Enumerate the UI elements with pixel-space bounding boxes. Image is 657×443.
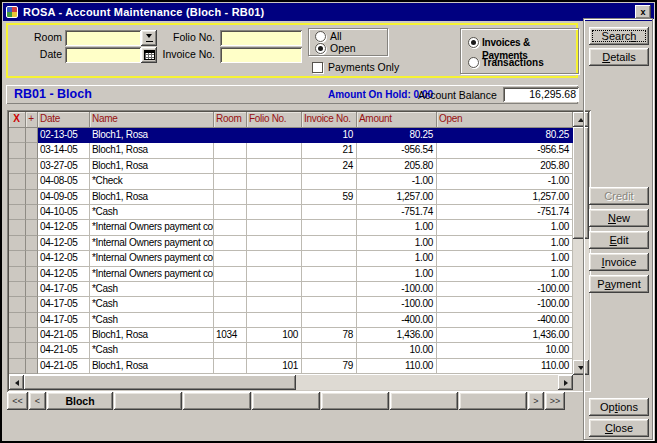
cell-date: 03-27-05 [38, 159, 90, 174]
arrow-left-icon [12, 380, 19, 386]
cell-flag [9, 282, 26, 297]
arrow-right-icon [564, 380, 571, 386]
date-label: Date [12, 48, 62, 61]
column-header-open[interactable]: Open [437, 112, 573, 128]
folio-no-input[interactable] [220, 30, 302, 46]
room-input[interactable] [65, 30, 141, 46]
cell-invoice: 59 [302, 190, 357, 205]
radio-invoices-payments[interactable] [468, 37, 479, 48]
first-account-button[interactable]: << [7, 392, 28, 410]
cell-amount: 1,436.00 [357, 328, 437, 343]
invoice-no-input[interactable] [220, 47, 302, 63]
cell-date: 04-21-05 [38, 328, 90, 343]
date-input[interactable] [65, 47, 141, 63]
radio-open[interactable] [315, 43, 326, 54]
column-header-room[interactable]: Room [214, 112, 247, 128]
cell-invoice [302, 174, 357, 189]
tab-empty[interactable] [183, 392, 251, 410]
cell-folio [247, 128, 302, 143]
table-row[interactable]: 04-21-05Bloch1, Rosa10179110.00110.00 [9, 359, 573, 374]
tab-empty[interactable] [459, 392, 527, 410]
previous-account-button[interactable]: < [29, 392, 46, 410]
cell-folio [247, 251, 302, 266]
amount-on-hold-label: Amount On Hold: [328, 89, 411, 100]
table-row[interactable]: 04-09-05Bloch1, Rosa591,257.001,257.00 [9, 190, 573, 205]
column-header-plus[interactable]: + [26, 112, 38, 128]
scroll-left-button[interactable] [9, 375, 24, 390]
cell-plus [26, 236, 38, 251]
table-row[interactable]: 04-12-05*Internal Owners payment code1.0… [9, 251, 573, 266]
folio-no-label: Folio No. [148, 31, 215, 44]
column-header-date[interactable]: Date [38, 112, 90, 128]
cell-flag [9, 205, 26, 220]
table-row[interactable]: 04-08-05*Check-1.00-1.00 [9, 174, 573, 189]
table-row[interactable]: 04-17-05*Cash-100.00-100.00 [9, 297, 573, 312]
cell-folio [247, 174, 302, 189]
radio-transactions[interactable] [468, 57, 479, 68]
edit-button[interactable]: Edit [589, 231, 649, 249]
cell-open: -400.00 [437, 313, 573, 328]
column-header-flag[interactable]: X [9, 112, 26, 128]
invoice-button[interactable]: Invoice [589, 253, 649, 271]
table-row[interactable]: 04-17-05*Cash-400.00-400.00 [9, 313, 573, 328]
cell-amount: 1.00 [357, 236, 437, 251]
radio-all[interactable] [315, 31, 326, 42]
details-button[interactable]: Details [589, 48, 649, 66]
column-header-amount[interactable]: Amount [357, 112, 437, 128]
table-row[interactable]: 04-17-05*Cash-100.00-100.00 [9, 282, 573, 297]
cell-invoice [302, 297, 357, 312]
cell-plus [26, 128, 38, 143]
cell-room [214, 174, 247, 189]
window-close-icon[interactable]: x [635, 5, 651, 19]
scroll-right-button[interactable] [558, 375, 573, 390]
table-row[interactable]: 04-10-05*Cash-751.74-751.74 [9, 205, 573, 220]
search-button[interactable]: Search [589, 27, 649, 45]
tab-bloch[interactable]: Bloch [47, 392, 113, 410]
table-row[interactable]: 03-14-05Bloch1, Rosa21-956.54-956.54 [9, 143, 573, 158]
cell-date: 04-21-05 [38, 359, 90, 374]
cell-folio [247, 143, 302, 158]
next-account-button[interactable]: > [528, 392, 544, 410]
last-account-button[interactable]: >> [545, 392, 565, 410]
app-icon [6, 6, 18, 18]
cell-date: 04-17-05 [38, 313, 90, 328]
table-row[interactable]: 04-12-05*Internal Owners payment code1.0… [9, 267, 573, 282]
tab-empty[interactable] [114, 392, 182, 410]
payments-only-checkbox[interactable] [312, 62, 323, 73]
table-row[interactable]: 02-13-05Bloch1, Rosa1080.2580.25 [9, 128, 573, 143]
table-row[interactable]: 03-27-05Bloch1, Rosa24205.80205.80 [9, 159, 573, 174]
titlebar[interactable]: ROSA - Account Maintenance (Bloch - RB01… [3, 3, 654, 21]
cell-amount: -1.00 [357, 174, 437, 189]
column-header-name[interactable]: Name [90, 112, 214, 128]
cell-amount: 10.00 [357, 343, 437, 358]
column-header-folio[interactable]: Folio No. [247, 112, 302, 128]
tab-empty[interactable] [321, 392, 389, 410]
table-row[interactable]: 04-12-05*Internal Owners payment code1.0… [9, 236, 573, 251]
tab-empty[interactable] [390, 392, 458, 410]
cell-name: *Internal Owners payment code [90, 251, 214, 266]
cell-plus [26, 297, 38, 312]
options-button[interactable]: Options [589, 398, 649, 416]
room-label: Room [12, 31, 62, 44]
account-title: RB01 - Bloch [14, 87, 92, 101]
cell-flag [9, 174, 26, 189]
tab-empty[interactable] [252, 392, 320, 410]
table-row[interactable]: 04-21-05Bloch1, Rosa1034100781,436.001,4… [9, 328, 573, 343]
table-row[interactable]: 04-21-05*Cash10.0010.00 [9, 343, 573, 358]
cell-name: Bloch1, Rosa [90, 328, 214, 343]
column-header-invoice[interactable]: Invoice No. [302, 112, 357, 128]
cell-name: *Internal Owners payment code [90, 236, 214, 251]
close-button[interactable]: Close [589, 419, 649, 437]
cell-plus [26, 220, 38, 235]
new-button[interactable]: New [589, 209, 649, 227]
horizontal-scroll-thumb[interactable] [24, 375, 296, 390]
cell-folio [247, 313, 302, 328]
horizontal-scrollbar[interactable] [9, 375, 573, 390]
cell-folio [247, 267, 302, 282]
cell-folio: 101 [247, 359, 302, 374]
table-row[interactable]: 04-12-05*Internal Owners payment code1.0… [9, 220, 573, 235]
radio-transactions-label: Transactions [482, 56, 544, 69]
payment-button[interactable]: Payment [589, 275, 649, 293]
cell-invoice [302, 282, 357, 297]
cell-name: *Internal Owners payment code [90, 267, 214, 282]
